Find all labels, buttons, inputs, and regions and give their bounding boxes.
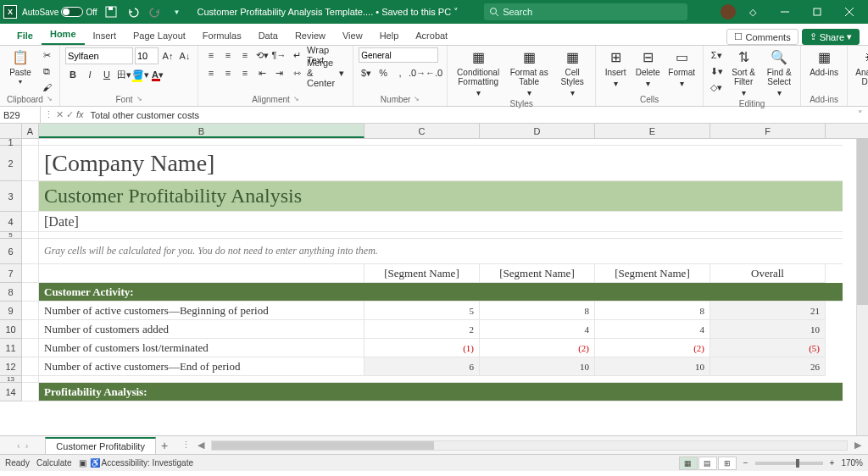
align-bottom-icon[interactable]: ≡ — [237, 47, 253, 63]
row-header-9[interactable]: 9 — [0, 302, 22, 320]
row9-f[interactable]: 21 — [710, 302, 826, 320]
row-header-2[interactable]: 2 — [0, 146, 22, 181]
autosum-icon[interactable]: Σ▾ — [709, 47, 724, 63]
autosave-toggle[interactable]: AutoSave Off — [22, 7, 97, 17]
sheet-nav-prev-icon[interactable]: ‹ — [17, 440, 20, 451]
row-header-10[interactable]: 10 — [0, 320, 22, 339]
row-header-7[interactable]: 7 — [0, 264, 22, 283]
align-center-icon[interactable]: ≡ — [220, 65, 236, 80]
font-size-combo[interactable] — [135, 47, 159, 64]
format-cells-button[interactable]: ▭Format▾ — [665, 47, 698, 90]
row-header-5[interactable]: 5 — [0, 232, 22, 239]
conditional-formatting-button[interactable]: ▦Conditional Formatting▾ — [453, 47, 504, 99]
percent-icon[interactable]: % — [376, 65, 391, 80]
accessibility-status[interactable]: Accessibility: Investigate — [102, 458, 193, 468]
row-header-14[interactable]: 14 — [0, 383, 22, 401]
tab-formulas[interactable]: Formulas — [194, 27, 250, 45]
font-dialog-launcher[interactable]: ↘ — [136, 95, 142, 104]
confirm-formula-icon[interactable]: ✓ — [66, 109, 74, 120]
vertical-scrollbar[interactable] — [856, 139, 868, 435]
row9-label[interactable]: Number of active customers—Beginning of … — [39, 302, 364, 320]
underline-icon[interactable]: U — [99, 67, 114, 82]
increase-font-icon[interactable]: A↑ — [160, 48, 175, 64]
row-header-12[interactable]: 12 — [0, 357, 22, 376]
select-all-corner[interactable] — [0, 124, 22, 138]
clear-icon[interactable]: ◇▾ — [709, 80, 724, 95]
number-dialog-launcher[interactable]: ↘ — [414, 95, 420, 104]
font-name-combo[interactable] — [65, 47, 133, 64]
cut-icon[interactable]: ✂ — [39, 47, 54, 63]
enter-formula-icon[interactable]: ✕ — [56, 109, 64, 120]
row10-e[interactable]: 4 — [595, 320, 710, 339]
coming-soon-icon[interactable]: ◇ — [737, 0, 768, 24]
vertical-scrollbar-thumb[interactable] — [857, 139, 868, 305]
tab-insert[interactable]: Insert — [85, 27, 125, 45]
zoom-level[interactable]: 170% — [841, 458, 863, 468]
row-header-13[interactable]: 13 — [0, 376, 22, 383]
comma-icon[interactable]: , — [392, 65, 408, 80]
share-button[interactable]: ⇪ Share ▾ — [802, 29, 860, 45]
row-header-6[interactable]: 6 — [0, 239, 22, 264]
row-header-11[interactable]: 11 — [0, 339, 22, 357]
note-cell[interactable]: Gray cells will be calculated for you. Y… — [39, 239, 843, 264]
horizontal-scrollbar-thumb[interactable] — [212, 441, 434, 450]
align-left-icon[interactable]: ≡ — [203, 65, 219, 80]
fill-icon[interactable]: ⬇▾ — [709, 64, 724, 79]
clipboard-dialog-launcher[interactable]: ↘ — [47, 95, 53, 104]
zoom-slider[interactable] — [755, 462, 823, 465]
fx-icon[interactable]: fx — [76, 109, 84, 120]
formula-input[interactable]: Total other customer costs — [87, 110, 853, 120]
col-header-E[interactable]: E — [595, 124, 710, 138]
row12-d[interactable]: 10 — [480, 357, 595, 376]
row-header-4[interactable]: 4 — [0, 212, 22, 232]
align-top-icon[interactable]: ≡ — [203, 47, 219, 63]
search-input[interactable]: Search — [484, 3, 687, 20]
seg2-header[interactable]: [Segment Name] — [480, 264, 595, 283]
row12-f[interactable]: 26 — [710, 357, 826, 376]
tab-home[interactable]: Home — [42, 25, 85, 45]
normal-view-icon[interactable]: ▦ — [679, 457, 698, 470]
format-as-table-button[interactable]: ▦Format as Table▾ — [507, 47, 551, 99]
redo-icon[interactable] — [147, 3, 164, 20]
tab-page-layout[interactable]: Page Layout — [125, 27, 194, 45]
row9-c[interactable]: 5 — [364, 302, 480, 320]
sheet-nav-next-icon[interactable]: › — [25, 440, 29, 451]
zoom-in-icon[interactable]: + — [830, 458, 835, 468]
col-header-D[interactable]: D — [480, 124, 595, 138]
comments-button[interactable]: ☐ Comments — [726, 29, 798, 45]
minimize-button[interactable] — [770, 0, 800, 24]
hscroll-left-icon[interactable]: ◀ — [198, 440, 204, 451]
borders-icon[interactable]: 田▾ — [116, 67, 131, 82]
zoom-out-icon[interactable]: − — [743, 458, 748, 468]
row9-d[interactable]: 8 — [480, 302, 595, 320]
tab-acrobat[interactable]: Acrobat — [407, 27, 456, 45]
row11-e[interactable]: (2) — [595, 339, 710, 357]
page-title-cell[interactable]: Customer Profitability Analysis — [39, 181, 843, 212]
tab-review[interactable]: Review — [287, 27, 334, 45]
row10-label[interactable]: Number of customers added — [39, 320, 364, 339]
seg1-header[interactable]: [Segment Name] — [364, 264, 480, 283]
date-cell[interactable]: [Date] — [39, 212, 843, 232]
cancel-formula-icon[interactable]: ⋮ — [44, 109, 53, 120]
row12-label[interactable]: Number of active customers—End of period — [39, 357, 364, 376]
row12-c[interactable]: 6 — [364, 357, 480, 376]
col-header-C[interactable]: C — [364, 124, 480, 138]
undo-icon[interactable] — [125, 3, 142, 20]
ltr-icon[interactable]: ¶→ — [271, 47, 287, 63]
alignment-dialog-launcher[interactable]: ↘ — [293, 95, 299, 104]
fill-color-icon[interactable]: 🪣▾ — [133, 67, 148, 82]
addins-button[interactable]: ▦Add-ins — [806, 47, 842, 79]
col-header-F[interactable]: F — [710, 124, 826, 138]
maximize-button[interactable] — [802, 0, 832, 24]
tab-data[interactable]: Data — [250, 27, 287, 45]
paste-button[interactable]: 📋 Paste▼ — [5, 47, 36, 87]
section-profitability[interactable]: Profitability Analysis: — [39, 383, 843, 401]
number-format-combo[interactable] — [359, 47, 438, 63]
hscroll-right-icon[interactable]: ▶ — [854, 440, 861, 451]
row11-c[interactable]: (1) — [364, 339, 480, 357]
row-header-1[interactable]: 1 — [0, 139, 22, 146]
format-painter-icon[interactable]: 🖌 — [39, 80, 54, 95]
insert-cells-button[interactable]: ⊞Insert▾ — [601, 47, 630, 90]
row-header-3[interactable]: 3 — [0, 181, 22, 212]
page-break-view-icon[interactable]: ⊞ — [718, 457, 737, 470]
